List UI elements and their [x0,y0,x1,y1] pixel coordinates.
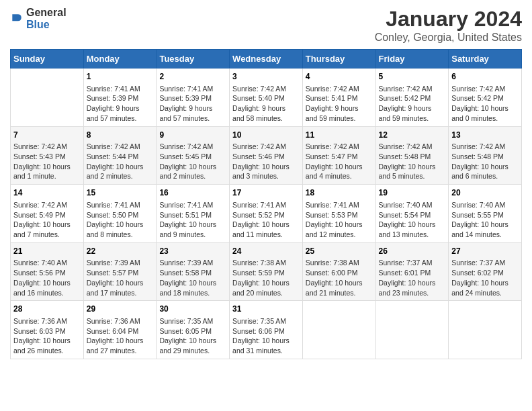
day-number: 2 [159,71,226,83]
day-info: Sunrise: 7:38 AM Sunset: 5:59 PM Dayligh… [232,258,300,298]
day-number: 3 [232,71,300,83]
header-cell-wednesday: Wednesday [230,50,303,68]
header-cell-tuesday: Tuesday [157,50,230,68]
day-number: 7 [13,130,81,141]
calendar-cell: 26Sunrise: 7:37 AM Sunset: 6:01 PM Dayli… [375,242,449,301]
day-info: Sunrise: 7:42 AM Sunset: 5:49 PM Dayligh… [13,200,81,240]
day-number: 19 [379,187,446,199]
day-number: 4 [306,71,373,83]
day-number: 22 [87,246,154,257]
day-number: 25 [306,246,373,257]
day-number: 5 [379,71,446,83]
day-number: 15 [87,187,154,199]
calendar-cell: 12Sunrise: 7:42 AM Sunset: 5:48 PM Dayli… [375,126,449,185]
day-info: Sunrise: 7:40 AM Sunset: 5:55 PM Dayligh… [451,200,519,240]
day-info: Sunrise: 7:42 AM Sunset: 5:42 PM Dayligh… [451,84,519,124]
week-row-4: 28Sunrise: 7:36 AM Sunset: 6:03 PM Dayli… [11,301,522,359]
logo-text: General Blue [26,7,66,31]
header-cell-friday: Friday [375,50,449,68]
day-number: 18 [306,187,373,199]
calendar-cell: 24Sunrise: 7:38 AM Sunset: 5:59 PM Dayli… [230,242,303,301]
calendar-cell: 31Sunrise: 7:35 AM Sunset: 6:06 PM Dayli… [230,301,303,359]
day-info: Sunrise: 7:41 AM Sunset: 5:52 PM Dayligh… [232,200,300,240]
header: General Blue January 2024 Conley, Georgi… [10,7,522,44]
calendar-header: SundayMondayTuesdayWednesdayThursdayFrid… [11,50,522,68]
calendar-cell: 7Sunrise: 7:42 AM Sunset: 5:43 PM Daylig… [11,126,84,185]
day-number: 6 [451,71,519,83]
calendar-cell: 23Sunrise: 7:39 AM Sunset: 5:58 PM Dayli… [157,242,230,301]
day-number: 9 [159,130,226,141]
day-info: Sunrise: 7:42 AM Sunset: 5:45 PM Dayligh… [159,142,226,181]
day-info: Sunrise: 7:40 AM Sunset: 5:56 PM Dayligh… [13,258,81,298]
calendar-cell: 22Sunrise: 7:39 AM Sunset: 5:57 PM Dayli… [83,242,157,301]
day-info: Sunrise: 7:42 AM Sunset: 5:44 PM Dayligh… [87,142,154,181]
calendar-cell: 20Sunrise: 7:40 AM Sunset: 5:55 PM Dayli… [449,185,522,243]
calendar-cell: 15Sunrise: 7:41 AM Sunset: 5:50 PM Dayli… [83,185,157,243]
calendar-cell: 8Sunrise: 7:42 AM Sunset: 5:44 PM Daylig… [83,126,157,185]
logo-general: General [26,7,66,18]
logo-icon [10,12,24,26]
calendar-cell: 30Sunrise: 7:35 AM Sunset: 6:05 PM Dayli… [157,301,230,359]
header-cell-thursday: Thursday [302,50,375,68]
day-info: Sunrise: 7:36 AM Sunset: 6:03 PM Dayligh… [13,316,81,356]
day-number: 12 [379,130,446,141]
calendar-cell: 2Sunrise: 7:41 AM Sunset: 5:39 PM Daylig… [157,68,230,127]
day-number: 28 [13,304,81,315]
day-number: 31 [232,304,300,315]
header-cell-saturday: Saturday [449,50,522,68]
calendar-cell: 29Sunrise: 7:36 AM Sunset: 6:04 PM Dayli… [83,301,157,359]
calendar-cell: 21Sunrise: 7:40 AM Sunset: 5:56 PM Dayli… [11,242,84,301]
day-number: 13 [451,130,519,141]
day-number: 24 [232,246,300,257]
calendar-cell: 5Sunrise: 7:42 AM Sunset: 5:42 PM Daylig… [375,68,449,127]
subtitle: Conley, Georgia, United States [375,32,522,44]
calendar-cell: 27Sunrise: 7:37 AM Sunset: 6:02 PM Dayli… [449,242,522,301]
day-info: Sunrise: 7:36 AM Sunset: 6:04 PM Dayligh… [87,316,154,356]
calendar-cell: 9Sunrise: 7:42 AM Sunset: 5:45 PM Daylig… [157,126,230,185]
day-number: 11 [306,130,373,141]
logo-blue: Blue [26,19,50,30]
title-section: January 2024 Conley, Georgia, United Sta… [375,7,522,44]
day-info: Sunrise: 7:42 AM Sunset: 5:41 PM Dayligh… [306,84,373,124]
day-info: Sunrise: 7:40 AM Sunset: 5:54 PM Dayligh… [379,200,446,240]
day-info: Sunrise: 7:41 AM Sunset: 5:39 PM Dayligh… [159,84,226,124]
day-number: 14 [13,187,81,199]
calendar-cell: 19Sunrise: 7:40 AM Sunset: 5:54 PM Dayli… [375,185,449,243]
calendar-cell: 28Sunrise: 7:36 AM Sunset: 6:03 PM Dayli… [11,301,84,359]
day-info: Sunrise: 7:39 AM Sunset: 5:58 PM Dayligh… [159,258,226,298]
day-info: Sunrise: 7:42 AM Sunset: 5:46 PM Dayligh… [232,142,300,181]
day-info: Sunrise: 7:41 AM Sunset: 5:53 PM Dayligh… [306,200,373,240]
day-info: Sunrise: 7:41 AM Sunset: 5:50 PM Dayligh… [87,200,154,240]
day-info: Sunrise: 7:37 AM Sunset: 6:02 PM Dayligh… [451,258,519,298]
day-info: Sunrise: 7:42 AM Sunset: 5:48 PM Dayligh… [379,142,446,181]
calendar-cell: 11Sunrise: 7:42 AM Sunset: 5:47 PM Dayli… [302,126,375,185]
calendar-cell [375,301,449,359]
calendar-cell [302,301,375,359]
calendar-cell: 6Sunrise: 7:42 AM Sunset: 5:42 PM Daylig… [449,68,522,127]
logo: General Blue [10,7,66,31]
calendar-cell: 3Sunrise: 7:42 AM Sunset: 5:40 PM Daylig… [230,68,303,127]
day-info: Sunrise: 7:42 AM Sunset: 5:40 PM Dayligh… [232,84,300,124]
day-info: Sunrise: 7:35 AM Sunset: 6:06 PM Dayligh… [232,316,300,356]
header-row: SundayMondayTuesdayWednesdayThursdayFrid… [11,50,522,68]
calendar-cell: 13Sunrise: 7:42 AM Sunset: 5:48 PM Dayli… [449,126,522,185]
day-info: Sunrise: 7:41 AM Sunset: 5:51 PM Dayligh… [159,200,226,240]
day-number: 20 [451,187,519,199]
calendar-cell: 14Sunrise: 7:42 AM Sunset: 5:49 PM Dayli… [11,185,84,243]
day-number: 29 [87,304,154,315]
day-info: Sunrise: 7:42 AM Sunset: 5:48 PM Dayligh… [451,142,519,181]
calendar-cell [449,301,522,359]
header-cell-sunday: Sunday [11,50,84,68]
header-cell-monday: Monday [83,50,157,68]
week-row-2: 14Sunrise: 7:42 AM Sunset: 5:49 PM Dayli… [11,185,522,243]
calendar-cell: 1Sunrise: 7:41 AM Sunset: 5:39 PM Daylig… [83,68,157,127]
day-number: 23 [159,246,226,257]
calendar-cell: 4Sunrise: 7:42 AM Sunset: 5:41 PM Daylig… [302,68,375,127]
week-row-0: 1Sunrise: 7:41 AM Sunset: 5:39 PM Daylig… [11,68,522,127]
day-info: Sunrise: 7:42 AM Sunset: 5:43 PM Dayligh… [13,142,81,181]
day-number: 17 [232,187,300,199]
day-number: 8 [87,130,154,141]
main-title: January 2024 [375,7,522,32]
day-info: Sunrise: 7:35 AM Sunset: 6:05 PM Dayligh… [159,316,226,356]
calendar-table: SundayMondayTuesdayWednesdayThursdayFrid… [10,49,522,359]
